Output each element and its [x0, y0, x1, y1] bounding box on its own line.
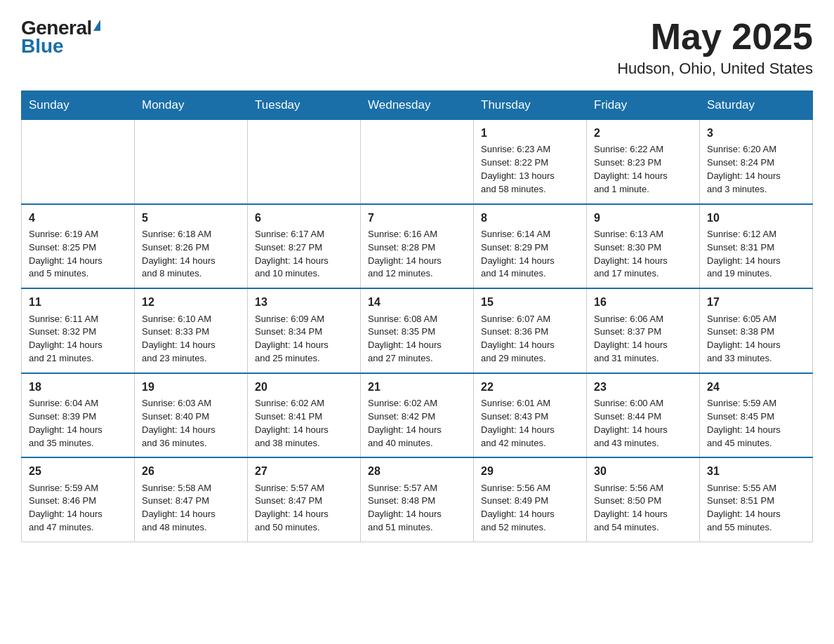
day-info-text: Sunrise: 6:19 AM [29, 228, 127, 241]
day-info-text: Daylight: 14 hours [29, 424, 127, 437]
day-info-text: Sunset: 8:49 PM [481, 495, 579, 508]
day-number: 8 [481, 210, 579, 226]
page: General Blue May 2025 Hudson, Ohio, Unit… [0, 0, 834, 563]
week-row-4: 18Sunrise: 6:04 AMSunset: 8:39 PMDayligh… [22, 373, 813, 458]
day-info-text: Daylight: 14 hours [29, 508, 127, 521]
day-info-text: Daylight: 14 hours [255, 339, 353, 352]
week-row-5: 25Sunrise: 5:59 AMSunset: 8:46 PMDayligh… [22, 457, 813, 542]
week-row-2: 4Sunrise: 6:19 AMSunset: 8:25 PMDaylight… [22, 204, 813, 289]
day-info-text: and 10 minutes. [255, 267, 353, 281]
day-info-text: Daylight: 14 hours [707, 170, 805, 183]
day-info-text: Daylight: 14 hours [368, 255, 466, 268]
day-number: 28 [368, 463, 466, 479]
day-info-text: Sunset: 8:45 PM [707, 410, 805, 424]
day-info-text: and 55 minutes. [707, 521, 805, 535]
day-info-text: Daylight: 14 hours [707, 255, 805, 268]
calendar-cell: 10Sunrise: 6:12 AMSunset: 8:31 PMDayligh… [700, 204, 813, 289]
calendar-cell: 31Sunrise: 5:55 AMSunset: 8:51 PMDayligh… [700, 457, 813, 542]
day-info-text: Sunrise: 6:07 AM [481, 313, 579, 326]
day-info-text: and 21 minutes. [29, 352, 127, 365]
calendar-cell [248, 120, 361, 204]
day-info-text: Sunset: 8:28 PM [368, 241, 466, 255]
calendar-cell: 4Sunrise: 6:19 AMSunset: 8:25 PMDaylight… [22, 204, 135, 289]
day-info-text: and 29 minutes. [481, 352, 579, 365]
weekday-header-tuesday: Tuesday [248, 91, 361, 120]
day-number: 17 [707, 294, 805, 310]
day-info-text: Daylight: 14 hours [29, 255, 127, 268]
day-info-text: Daylight: 14 hours [481, 339, 579, 352]
calendar-cell: 24Sunrise: 5:59 AMSunset: 8:45 PMDayligh… [700, 373, 813, 458]
day-info-text: Sunrise: 6:12 AM [707, 228, 805, 241]
calendar-cell: 14Sunrise: 6:08 AMSunset: 8:35 PMDayligh… [361, 288, 474, 373]
day-info-text: Sunset: 8:47 PM [142, 495, 240, 508]
day-info-text: Sunset: 8:33 PM [142, 326, 240, 339]
logo-blue-text: Blue [21, 35, 64, 58]
week-row-3: 11Sunrise: 6:11 AMSunset: 8:32 PMDayligh… [22, 288, 813, 373]
day-info-text: Daylight: 14 hours [594, 339, 692, 352]
day-info-text: Daylight: 14 hours [255, 424, 353, 437]
calendar-cell: 25Sunrise: 5:59 AMSunset: 8:46 PMDayligh… [22, 457, 135, 542]
weekday-header-friday: Friday [587, 91, 700, 120]
day-info-text: Sunset: 8:46 PM [29, 495, 127, 508]
day-number: 18 [29, 379, 127, 395]
weekday-header-wednesday: Wednesday [361, 91, 474, 120]
day-info-text: Sunset: 8:51 PM [707, 495, 805, 508]
day-info-text: Sunset: 8:29 PM [481, 241, 579, 255]
day-info-text: Sunset: 8:40 PM [142, 410, 240, 424]
day-info-text: Daylight: 14 hours [368, 508, 466, 521]
day-info-text: Sunset: 8:27 PM [255, 241, 353, 255]
day-info-text: Daylight: 14 hours [594, 508, 692, 521]
calendar-cell: 12Sunrise: 6:10 AMSunset: 8:33 PMDayligh… [135, 288, 248, 373]
weekday-header-row: SundayMondayTuesdayWednesdayThursdayFrid… [22, 91, 813, 120]
calendar-cell: 20Sunrise: 6:02 AMSunset: 8:41 PMDayligh… [248, 373, 361, 458]
calendar-cell: 1Sunrise: 6:23 AMSunset: 8:22 PMDaylight… [474, 120, 587, 204]
day-info-text: and 33 minutes. [707, 352, 805, 365]
day-info-text: and 35 minutes. [29, 437, 127, 450]
day-info-text: Daylight: 14 hours [142, 339, 240, 352]
day-info-text: Sunset: 8:22 PM [481, 156, 579, 170]
calendar-cell: 30Sunrise: 5:56 AMSunset: 8:50 PMDayligh… [587, 457, 700, 542]
day-info-text: Sunrise: 5:56 AM [594, 482, 692, 495]
day-info-text: and 42 minutes. [481, 437, 579, 450]
calendar-cell: 2Sunrise: 6:22 AMSunset: 8:23 PMDaylight… [587, 120, 700, 204]
day-info-text: and 3 minutes. [707, 183, 805, 196]
month-title: May 2025 [617, 17, 813, 57]
day-number: 11 [29, 294, 127, 310]
day-number: 12 [142, 294, 240, 310]
day-info-text: and 31 minutes. [594, 352, 692, 365]
day-info-text: Sunrise: 6:13 AM [594, 228, 692, 241]
header: General Blue May 2025 Hudson, Ohio, Unit… [21, 17, 813, 78]
day-info-text: and 40 minutes. [368, 437, 466, 450]
day-info-text: Sunset: 8:23 PM [594, 156, 692, 170]
day-number: 30 [594, 463, 692, 479]
weekday-header-saturday: Saturday [700, 91, 813, 120]
day-info-text: and 45 minutes. [707, 437, 805, 450]
day-info-text: Daylight: 13 hours [481, 170, 579, 183]
calendar-cell: 17Sunrise: 6:05 AMSunset: 8:38 PMDayligh… [700, 288, 813, 373]
day-info-text: Sunrise: 5:59 AM [29, 482, 127, 495]
day-info-text: Daylight: 14 hours [594, 170, 692, 183]
day-number: 20 [255, 379, 353, 395]
weekday-header-sunday: Sunday [22, 91, 135, 120]
day-number: 7 [368, 210, 466, 226]
day-info-text: Daylight: 14 hours [255, 255, 353, 268]
calendar-cell: 6Sunrise: 6:17 AMSunset: 8:27 PMDaylight… [248, 204, 361, 289]
day-info-text: Sunrise: 6:05 AM [707, 313, 805, 326]
calendar-cell [135, 120, 248, 204]
day-info-text: Daylight: 14 hours [255, 508, 353, 521]
calendar-cell: 19Sunrise: 6:03 AMSunset: 8:40 PMDayligh… [135, 373, 248, 458]
calendar-cell: 16Sunrise: 6:06 AMSunset: 8:37 PMDayligh… [587, 288, 700, 373]
logo-triangle-icon [93, 20, 100, 31]
day-info-text: Sunset: 8:26 PM [142, 241, 240, 255]
calendar-cell: 22Sunrise: 6:01 AMSunset: 8:43 PMDayligh… [474, 373, 587, 458]
day-info-text: and 58 minutes. [481, 183, 579, 196]
day-info-text: and 5 minutes. [29, 267, 127, 281]
day-info-text: and 8 minutes. [142, 267, 240, 281]
day-info-text: Daylight: 14 hours [368, 339, 466, 352]
day-number: 10 [707, 210, 805, 226]
day-info-text: Sunset: 8:38 PM [707, 326, 805, 339]
day-info-text: Sunrise: 5:57 AM [368, 482, 466, 495]
day-info-text: Sunrise: 6:00 AM [594, 397, 692, 410]
day-info-text: Sunrise: 6:09 AM [255, 313, 353, 326]
day-info-text: Daylight: 14 hours [142, 424, 240, 437]
